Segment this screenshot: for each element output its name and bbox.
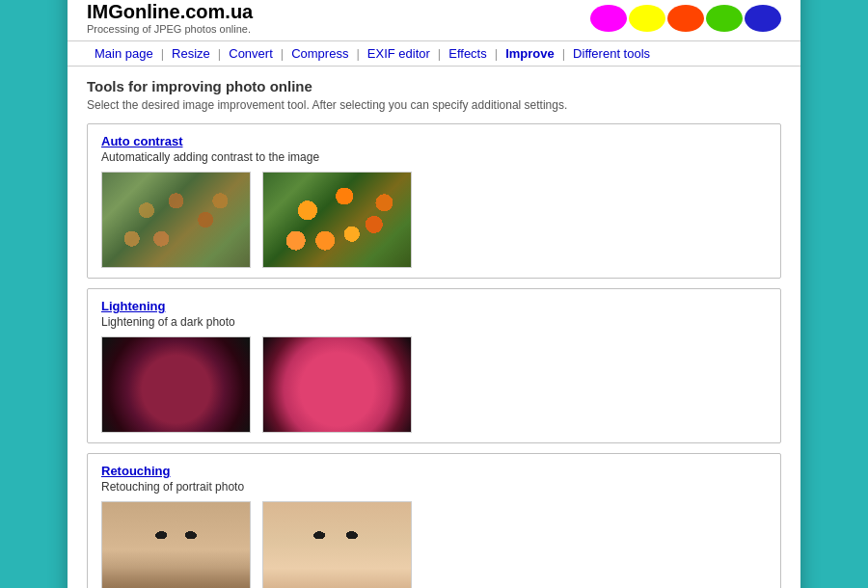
page-description: Select the desired image improvement too… [87,98,781,112]
main-content: Tools for improving photo online Select … [68,67,800,588]
lightening-link[interactable]: Lightening [101,299,767,313]
tool-card-lightening: Lightening Lightening of a dark photo [87,288,781,443]
site-header: IMGonline.com.ua Processing of JPEG phot… [68,0,800,40]
lightening-before-image [101,336,251,433]
retouching-images [101,501,767,588]
auto-contrast-after-image [262,172,412,268]
blue-blob [745,5,781,32]
retouching-before-image [101,501,251,588]
green-blob [706,5,743,32]
site-subtitle: Processing of JPEG photos online. [87,23,253,35]
nav-compress[interactable]: Compress [284,46,356,61]
nav-convert[interactable]: Convert [221,46,281,61]
yellow-blob [629,5,665,32]
color-blobs [590,5,781,32]
lightening-after-image [262,336,412,433]
auto-contrast-desc: Automatically adding contrast to the ima… [101,150,767,164]
lightening-desc: Lightening of a dark photo [101,315,767,329]
nav-main-page[interactable]: Main page [87,46,161,61]
site-branding: IMGonline.com.ua Processing of JPEG phot… [87,1,253,35]
nav-improve[interactable]: Improve [498,46,562,61]
red-blob [667,5,704,32]
retouching-link[interactable]: Retouching [101,464,767,478]
navigation: Main page | Resize | Convert | Compress … [68,40,800,67]
nav-resize[interactable]: Resize [164,46,218,61]
auto-contrast-before-image [101,172,251,268]
nav-different-tools[interactable]: Different tools [565,46,658,61]
page-content: IMGonline.com.ua Processing of JPEG phot… [68,0,800,588]
auto-contrast-images [101,172,767,268]
browser-window: IMGonline.com.ua Processing of JPEG phot… [68,0,800,588]
tool-card-auto-contrast: Auto contrast Automatically adding contr… [87,123,781,279]
retouching-after-image [262,501,412,588]
auto-contrast-link[interactable]: Auto contrast [101,134,767,148]
page-heading: Tools for improving photo online [87,78,781,94]
site-title: IMGonline.com.ua [87,1,253,23]
nav-exif-editor[interactable]: EXIF editor [360,46,438,61]
nav-effects[interactable]: Effects [441,46,495,61]
magenta-blob [590,5,627,32]
retouching-desc: Retouching of portrait photo [101,480,767,494]
lightening-images [101,336,767,433]
tool-card-retouching: Retouching Retouching of portrait photo [87,453,781,588]
